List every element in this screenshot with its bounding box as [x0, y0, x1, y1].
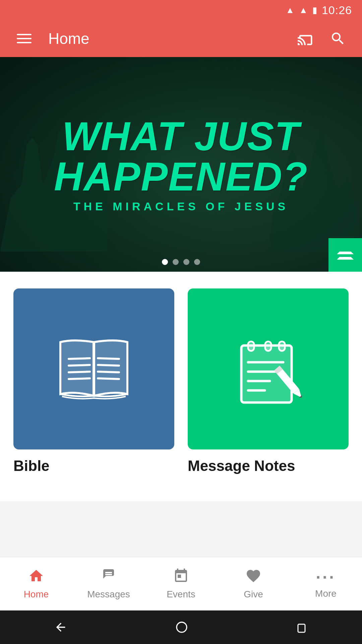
bible-card[interactable]: Bible: [13, 288, 174, 474]
menu-button[interactable]: [13, 31, 35, 47]
hero-text-container: WHAT JUSTHAPPENED? THE MIRACLES OF JESUS: [18, 116, 344, 213]
android-back-button[interactable]: [54, 621, 67, 634]
app-bar: Home: [0, 20, 362, 57]
bible-label: Bible: [13, 458, 174, 474]
nav-label-give: Give: [244, 589, 263, 600]
carousel-dot-4[interactable]: [194, 259, 200, 265]
hero-banner[interactable]: WHAT JUSTHAPPENED? THE MIRACLES OF JESUS: [0, 57, 362, 272]
cards-grid: Bible: [13, 288, 349, 474]
android-nav-bar: [0, 610, 362, 644]
bible-icon-box: [13, 288, 174, 449]
nav-item-give[interactable]: Give: [217, 557, 290, 610]
bottom-nav: Home Messages Events Give ··· More: [0, 557, 362, 610]
status-bar: ▲ ▲ ▮ 10:26: [0, 0, 362, 20]
menu-line-1: [17, 34, 32, 35]
svg-line-7: [98, 372, 119, 372]
notes-pad-icon: [228, 329, 308, 409]
svg-point-21: [177, 622, 187, 632]
message-notes-label: Message Notes: [188, 458, 349, 474]
svg-line-2: [69, 365, 90, 366]
android-recent-button[interactable]: [296, 621, 308, 633]
wifi-icon: ▲: [286, 5, 294, 15]
message-notes-card[interactable]: Message Notes: [188, 288, 349, 474]
svg-line-6: [98, 365, 119, 366]
cast-button[interactable]: [294, 27, 317, 50]
svg-rect-12: [279, 341, 285, 351]
svg-rect-11: [265, 341, 271, 351]
bible-book-icon: [50, 332, 137, 406]
svg-rect-10: [248, 341, 254, 351]
nav-label-events: Events: [167, 589, 195, 600]
main-content: Bible: [0, 272, 362, 501]
menu-line-2: [17, 38, 32, 39]
signal-icon: ▲: [299, 5, 308, 15]
carousel-dot-1[interactable]: [162, 259, 168, 265]
carousel-dot-3[interactable]: [183, 259, 189, 265]
hero-subtitle: THE MIRACLES OF JESUS: [18, 200, 344, 213]
hero-title: WHAT JUSTHAPPENED?: [18, 116, 344, 197]
events-icon: [173, 568, 189, 586]
menu-line-3: [17, 42, 32, 43]
svg-line-3: [69, 372, 90, 372]
svg-rect-22: [298, 624, 305, 632]
svg-line-4: [69, 378, 90, 379]
svg-line-8: [98, 378, 119, 379]
carousel-dot-2[interactable]: [173, 259, 179, 265]
nav-item-messages[interactable]: Messages: [72, 557, 145, 610]
svg-line-5: [98, 358, 119, 359]
battery-icon: ▮: [312, 5, 317, 15]
search-button[interactable]: [327, 28, 349, 49]
time-display: 10:26: [322, 4, 352, 17]
nav-item-events[interactable]: Events: [145, 557, 217, 610]
nav-item-home[interactable]: Home: [0, 557, 72, 610]
notes-icon-box: [188, 288, 349, 449]
nav-item-more[interactable]: ··· More: [290, 557, 362, 610]
badge-overlay: [328, 238, 362, 272]
app-title: Home: [48, 30, 284, 48]
nav-label-more: More: [315, 588, 337, 599]
more-icon: ···: [316, 569, 336, 586]
nav-label-home: Home: [24, 589, 49, 600]
nav-label-messages: Messages: [87, 589, 130, 600]
double-chevron-icon: [337, 250, 354, 260]
android-home-button[interactable]: [175, 621, 188, 634]
status-icons: ▲ ▲ ▮ 10:26: [286, 4, 352, 17]
svg-line-1: [69, 358, 90, 359]
home-icon: [28, 568, 44, 586]
messages-icon: [101, 568, 117, 586]
carousel-dots: [162, 259, 200, 265]
give-icon: [245, 568, 261, 586]
app-bar-actions: [294, 27, 349, 50]
